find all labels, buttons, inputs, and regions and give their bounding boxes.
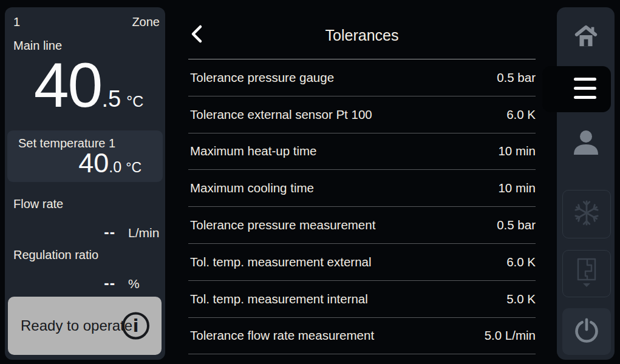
power-icon [573, 317, 600, 346]
row-label: Tolerance pressure measurement [188, 218, 375, 232]
row-value: 0.5 bar [497, 218, 536, 232]
regulation-ratio-unit: % [128, 277, 140, 291]
regulation-ratio-label: Regulation ratio [13, 248, 98, 262]
flow-rate-unit: L/min [128, 226, 159, 240]
zone-header: 1 Zone [13, 15, 160, 29]
set-temp-integer: 40 [78, 149, 109, 177]
zone-label: Zone [132, 15, 160, 29]
flow-rate-row: -- L/min [5, 223, 165, 241]
row-value: 0.5 bar [497, 70, 536, 85]
menu-bar [574, 96, 596, 99]
zone-status-panel: 1 Zone Main line 40 .5 °C Set temperatur… [5, 7, 165, 360]
row-label: Maximum heat-up time [188, 144, 316, 158]
mold-icon [572, 257, 601, 290]
set-temp-unit: °C [126, 160, 141, 176]
menu-bar [574, 87, 596, 90]
set-temperature-value: 40 .0 °C [78, 149, 141, 177]
zone-number: 1 [13, 15, 20, 29]
table-row[interactable]: Maximum heat-up time 10 min [188, 133, 536, 170]
menu-icon[interactable] [574, 78, 596, 99]
regulation-ratio-value: -- [5, 274, 115, 292]
actual-temp-fraction: .5 [101, 86, 121, 112]
row-value: 6.0 K [506, 107, 536, 122]
row-label: Tolerance flow rate measurement [188, 328, 374, 343]
user-icon [571, 129, 601, 158]
actual-temp-integer: 40 [34, 53, 102, 116]
set-temp-fraction: .0 [109, 158, 121, 176]
row-value: 10 min [498, 181, 536, 195]
info-icon[interactable]: i [122, 312, 149, 340]
table-row[interactable]: Tolerance flow rate measurement 5.0 L/mi… [188, 318, 536, 355]
home-icon [572, 22, 600, 51]
nav-item-user[interactable] [557, 113, 615, 175]
actual-temp-unit: °C [126, 93, 143, 110]
flow-rate-value: -- [5, 223, 115, 241]
actual-temperature-display: 40 .5 °C [5, 53, 165, 116]
table-row[interactable]: Tolerance pressure measurement 0.5 bar [188, 207, 536, 244]
status-text: Ready to operate [21, 317, 132, 334]
table-row[interactable]: Tolerance pressure gauge 0.5 bar [188, 59, 536, 96]
flow-rate-label: Flow rate [13, 197, 63, 211]
nav-item-home[interactable] [557, 7, 615, 66]
row-label: Tol. temp. measurement external [188, 255, 372, 269]
row-value: 6.0 K [506, 255, 536, 269]
mold-purge-button[interactable] [562, 250, 611, 297]
row-label: Tolerance external sensor Pt 100 [188, 107, 372, 122]
page-title: Tolerances [188, 27, 536, 44]
row-label: Maximum cooling time [188, 181, 314, 195]
power-button[interactable] [562, 308, 611, 355]
row-value: 5.0 L/min [485, 328, 536, 343]
tolerances-table: Tolerance pressure gauge 0.5 bar Toleran… [188, 59, 536, 354]
row-value: 10 min [498, 144, 536, 158]
table-row[interactable]: Maximum cooling time 10 min [188, 170, 536, 207]
row-label: Tolerance pressure gauge [188, 70, 334, 85]
snowflake-icon [573, 199, 601, 229]
status-badge: Ready to operate i [8, 297, 162, 355]
set-temperature-card[interactable]: Set temperature 1 40 .0 °C [7, 130, 163, 182]
menu-bar [574, 78, 596, 81]
table-row[interactable]: Tol. temp. measurement external 6.0 K [188, 244, 536, 281]
row-label: Tol. temp. measurement internal [188, 292, 368, 306]
table-row[interactable]: Tolerance external sensor Pt 100 6.0 K [188, 96, 536, 133]
cooling-mode-button[interactable] [562, 190, 611, 238]
regulation-ratio-row: -- % [5, 274, 165, 292]
table-row[interactable]: Tol. temp. measurement internal 5.0 K [188, 281, 536, 318]
row-value: 5.0 K [506, 292, 536, 306]
